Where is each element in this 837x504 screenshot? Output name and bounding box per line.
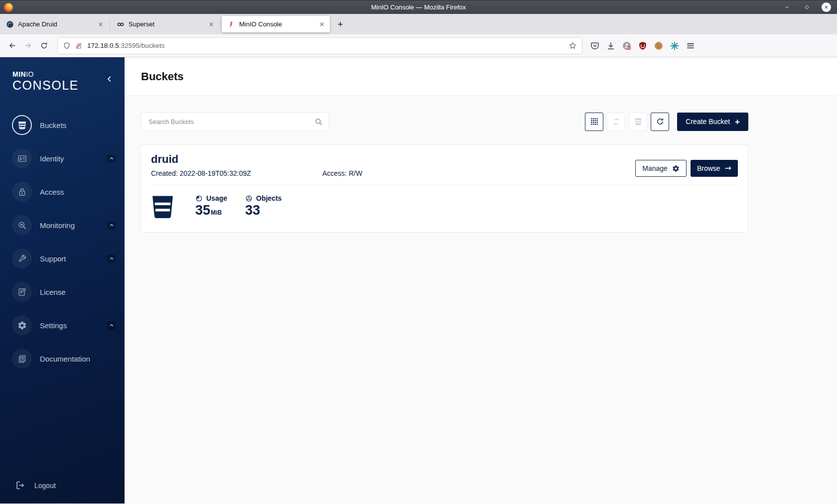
objects-icon	[245, 195, 253, 202]
tab-separator	[220, 20, 221, 29]
bucket-metrics: Usage 35MiB Objects 33	[151, 194, 738, 220]
pocket-icon[interactable]	[590, 41, 600, 51]
page-header: Buckets	[125, 57, 837, 96]
tab-superset[interactable]: Superset	[111, 16, 219, 32]
logout-label: Logout	[34, 482, 56, 490]
chevron-up-icon[interactable]	[107, 221, 116, 230]
bucket-icon	[12, 115, 32, 135]
insecure-lock-icon[interactable]	[75, 42, 83, 50]
tab-label: MinIO Console	[239, 20, 314, 28]
sidebar-item-access[interactable]: Access	[12, 181, 125, 202]
chevron-down-icon	[784, 4, 790, 10]
firefox-logo-icon	[4, 3, 13, 12]
sidebar-item-documentation[interactable]: Documentation	[12, 348, 125, 369]
forward-button[interactable]	[20, 38, 36, 54]
monitoring-search-icon	[12, 215, 32, 235]
license-document-icon	[12, 282, 32, 302]
usage-pie-icon	[195, 195, 203, 202]
sidebar-item-label: License	[40, 288, 66, 296]
usage-metric: Usage 35MiB	[195, 194, 227, 218]
objects-label: Objects	[256, 194, 281, 202]
usage-label: Usage	[206, 194, 227, 202]
tab-close-icon[interactable]	[318, 20, 326, 28]
window-title: MinIO Console — Mozilla Firefox	[0, 3, 837, 11]
back-arrow-icon	[8, 41, 16, 50]
sidebar-item-label: Support	[40, 254, 66, 263]
window-close-button[interactable]	[822, 2, 831, 12]
sidebar-item-monitoring[interactable]: Monitoring	[12, 215, 125, 236]
sidebar-menu: Buckets Identity Access Monitoring	[0, 115, 125, 369]
sidebar-collapse-button[interactable]	[106, 75, 117, 86]
tracking-shield-icon[interactable]	[63, 42, 71, 50]
sync-multiple-button[interactable]	[607, 113, 625, 131]
sidebar-item-label: Settings	[40, 321, 67, 330]
hamburger-menu-icon[interactable]	[686, 41, 696, 51]
bucket-icon	[151, 194, 174, 220]
downloads-icon[interactable]	[606, 41, 616, 51]
create-bucket-label: Create Bucket	[686, 118, 730, 126]
extension-disabled-icon[interactable]	[622, 41, 632, 51]
minio-console-logo: MINIO CONSOLE	[0, 57, 125, 92]
usage-unit: MiB	[211, 209, 222, 216]
logout-icon	[15, 480, 25, 491]
tab-close-icon[interactable]	[207, 20, 215, 28]
main-content: Buckets	[125, 57, 837, 504]
logo-minio-light: IO	[26, 70, 34, 78]
create-bucket-button[interactable]: Create Bucket +	[677, 113, 748, 131]
sidebar-item-label: Access	[40, 188, 64, 196]
superset-favicon-icon	[117, 20, 125, 28]
sidebar-item-support[interactable]: Support	[12, 248, 125, 269]
delete-bucket-button[interactable]	[629, 113, 647, 131]
url-host: 172.18.0.5	[87, 42, 119, 49]
ublock-origin-icon[interactable]	[638, 41, 648, 51]
browse-bucket-button[interactable]: Browse →	[691, 160, 738, 177]
close-icon	[824, 4, 829, 10]
refresh-buckets-button[interactable]	[651, 113, 669, 131]
logout-button[interactable]: Logout	[15, 480, 56, 491]
sidebar-item-identity[interactable]: Identity	[12, 148, 125, 169]
minio-flamingo-favicon-icon	[227, 20, 235, 28]
url-text[interactable]: 172.18.0.5:32595/buckets	[87, 42, 568, 49]
grid-view-button[interactable]	[585, 113, 603, 131]
manage-bucket-button[interactable]: Manage	[635, 160, 687, 177]
sidebar-item-license[interactable]: License	[12, 281, 125, 302]
content-area: Create Bucket + druid Created: 2022-08-1…	[125, 96, 837, 233]
reload-button[interactable]	[36, 38, 52, 54]
search-box	[140, 112, 329, 131]
bucket-card[interactable]: druid Created: 2022-08-19T05:32:09Z Acce…	[140, 144, 748, 233]
window-controls	[782, 2, 837, 12]
bookmark-star-icon[interactable]	[568, 41, 577, 50]
tab-apache-druid[interactable]: Apache Druid	[0, 16, 109, 32]
sidebar-item-label: Monitoring	[40, 221, 75, 230]
cookie-icon[interactable]	[654, 41, 664, 51]
usage-value: 35	[195, 203, 210, 218]
tab-close-icon[interactable]	[97, 20, 105, 28]
new-tab-button[interactable]: +	[333, 17, 348, 32]
chevron-up-icon[interactable]	[107, 254, 116, 263]
refresh-icon	[656, 117, 665, 126]
tab-minio-console[interactable]: MinIO Console	[222, 16, 330, 32]
tab-label: Apache Druid	[18, 20, 93, 28]
browser-toolbar: 172.18.0.5:32595/buckets	[0, 34, 837, 57]
url-bar[interactable]: 172.18.0.5:32595/buckets	[58, 38, 582, 54]
forward-arrow-icon	[24, 41, 32, 50]
sidebar-item-settings[interactable]: Settings	[12, 315, 125, 336]
lock-icon	[12, 182, 32, 202]
chevron-left-icon	[106, 75, 113, 83]
extension-asterisk-icon[interactable]	[670, 41, 680, 51]
reload-icon	[40, 41, 48, 50]
sidebar-item-buckets[interactable]: Buckets	[12, 115, 125, 135]
support-wrench-icon	[12, 249, 32, 268]
sidebar: MINIO CONSOLE Buckets Identity	[0, 57, 125, 504]
chevron-up-icon[interactable]	[107, 154, 116, 163]
window-minimize-button[interactable]	[782, 2, 792, 12]
search-input[interactable]	[148, 118, 314, 126]
tab-bar: Apache Druid Superset MinIO Console +	[0, 14, 837, 34]
chevron-up-icon[interactable]	[107, 321, 116, 330]
url-path: :32595/buckets	[119, 42, 165, 49]
window-maximize-button[interactable]	[802, 2, 812, 12]
tab-label: Superset	[129, 20, 203, 28]
bucket-icon	[634, 117, 643, 126]
back-button[interactable]	[4, 38, 20, 54]
tab-separator	[110, 20, 110, 29]
